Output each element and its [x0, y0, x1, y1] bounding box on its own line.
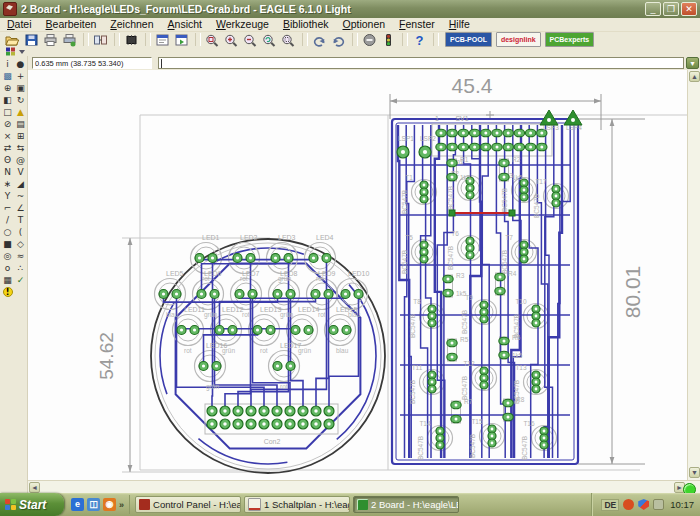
tool-change-button[interactable]: ▲	[14, 106, 27, 118]
horizontal-scrollbar[interactable]: ◄ ►	[28, 480, 700, 493]
tool-ratsnest-button[interactable]: ∴	[14, 262, 27, 274]
tool-mark-button[interactable]: +	[14, 70, 27, 82]
tool-smash-button[interactable]: ∗	[1, 178, 14, 190]
tool-text-button[interactable]: T	[14, 214, 27, 226]
browser-icon[interactable]: ◫	[87, 498, 100, 511]
print-button[interactable]	[41, 32, 60, 47]
menu-bearbeiten[interactable]: Bearbeiten	[39, 18, 104, 31]
menu-ansicht[interactable]: Ansicht	[161, 18, 209, 31]
tool-circle-button[interactable]: ○	[1, 226, 14, 238]
tool-via-button[interactable]: ◎	[1, 250, 14, 262]
quick-launch-overflow-chevron[interactable]: »	[119, 500, 124, 510]
zoom-in-button[interactable]	[222, 32, 241, 47]
start-button[interactable]: Start	[0, 493, 64, 516]
save-button[interactable]	[22, 32, 41, 47]
vertical-scrollbar[interactable]: ▲ ▼	[687, 70, 700, 480]
menu-zeichnen[interactable]: Zeichnen	[103, 18, 160, 31]
svg-text:LED13: LED13	[260, 306, 282, 313]
language-indicator[interactable]: DE	[601, 499, 619, 511]
tool-route-button[interactable]: ⌐	[1, 202, 14, 214]
tool-optimize-button[interactable]: ~	[14, 190, 27, 202]
tool-mirror-button[interactable]: ◧	[1, 94, 14, 106]
scroll-down-button[interactable]: ▼	[689, 467, 700, 478]
tool-value-button[interactable]: V	[14, 166, 27, 178]
redo-button[interactable]	[329, 32, 348, 47]
menu-datei[interactable]: Datei	[0, 18, 39, 31]
menu-optionen[interactable]: Optionen	[335, 18, 392, 31]
layer-settings-button[interactable]	[5, 47, 27, 56]
tool-replace-button[interactable]: ⇆	[14, 142, 27, 154]
tool-copy-button[interactable]: ▣	[14, 82, 27, 94]
go-button[interactable]	[379, 32, 398, 47]
tool-pinswap-button[interactable]: ⇄	[1, 142, 14, 154]
tool-drc-button[interactable]: ✓	[14, 274, 27, 286]
zoom-redraw-button[interactable]	[260, 32, 279, 47]
sponsor-designlink-button[interactable]: designlink	[496, 32, 541, 47]
sponsor-pcbexperts-button[interactable]: PCBexperts	[545, 32, 595, 47]
cam-button[interactable]	[60, 32, 79, 47]
tool-polygon-button[interactable]: ◇	[14, 238, 27, 250]
tool-show-button[interactable]: ●	[14, 58, 27, 70]
run-button[interactable]	[172, 32, 191, 47]
switch-board-schematic-button[interactable]	[91, 32, 110, 47]
tool-arc-button[interactable]: (	[14, 226, 27, 238]
close-button[interactable]: ✕	[681, 2, 697, 16]
tool-rotate-button[interactable]: ↻	[14, 94, 27, 106]
tool-ripup-button[interactable]: ∠	[14, 202, 27, 214]
tool-add-button[interactable]: ⊞	[14, 130, 27, 142]
open-button[interactable]	[3, 32, 22, 47]
security-shield-icon[interactable]	[638, 499, 649, 510]
tool-wire-button[interactable]: /	[1, 214, 14, 226]
menu-fenster[interactable]: Fenster	[392, 18, 442, 31]
tool-miter-button[interactable]: ◢	[14, 178, 27, 190]
tool-move-button[interactable]: ⊕	[1, 82, 14, 94]
tool-group-button[interactable]: □	[1, 106, 14, 118]
tool-info-button[interactable]: i	[1, 58, 14, 70]
scroll-up-button[interactable]: ▲	[689, 71, 700, 82]
taskbar-task-schematic[interactable]: 1 Schaltplan - H:\eagl...	[244, 496, 350, 513]
taskbar-task-eagle-cp[interactable]: Control Panel - H:\ea...	[135, 496, 241, 513]
menu-bibliothek[interactable]: Bibliothek	[276, 18, 336, 31]
board-canvas[interactable]: 45.480.0154.62LED1rotLED2rotLED3grünLED4…	[28, 70, 687, 480]
tool-lock-button[interactable]: Θ	[1, 154, 14, 166]
tool-signal-button[interactable]: ≈	[14, 250, 27, 262]
sponsor-pcbpool-button[interactable]: PCB-POOL	[445, 32, 492, 47]
menu-hilfe[interactable]: Hilfe	[442, 18, 477, 31]
menu-werkzeuge[interactable]: Werkzeuge	[209, 18, 276, 31]
firefox-icon[interactable]: ◉	[103, 498, 116, 511]
command-dropdown-button[interactable]: ▾	[686, 57, 699, 69]
tool-rect-button[interactable]: ■	[1, 238, 14, 250]
board-drawing[interactable]: 45.480.0154.62LED1rotLED2rotLED3grünLED4…	[28, 70, 687, 480]
tool-attribute-button[interactable]: @	[14, 154, 27, 166]
internet-explorer-icon[interactable]: e	[71, 498, 84, 511]
stop-button[interactable]	[360, 32, 379, 47]
scroll-left-button[interactable]: ◄	[29, 482, 40, 493]
command-input[interactable]	[158, 57, 684, 69]
taskbar-task-board[interactable]: 2 Board - H:\eagle\LE...	[353, 496, 459, 513]
svg-text:1k5: 1k5	[512, 174, 523, 181]
tool-cut-button[interactable]: ⊘	[1, 118, 14, 130]
tool-errors-button[interactable]: !	[1, 286, 14, 298]
tool-paste-button[interactable]: ▤	[14, 118, 27, 130]
display-tray-icon[interactable]	[653, 499, 664, 510]
zoom-fit-button[interactable]	[203, 32, 222, 47]
minimize-button[interactable]: _	[645, 2, 661, 16]
restore-button[interactable]: ❐	[663, 2, 679, 16]
clock: 10:17	[670, 499, 694, 510]
script-button[interactable]	[153, 32, 172, 47]
undo-button[interactable]	[310, 32, 329, 47]
svg-text:BC547B: BC547B	[521, 436, 528, 460]
update-tray-icon[interactable]	[623, 499, 634, 510]
use-library-button[interactable]	[122, 32, 141, 47]
help-button[interactable]: ?	[410, 32, 429, 47]
title-bar[interactable]: 2 Board - H:\eagle\LEDs_Forum\LED-Grab.b…	[0, 0, 700, 18]
zoom-select-button[interactable]	[279, 32, 298, 47]
tool-name-button[interactable]: N	[1, 166, 14, 178]
system-tray: DE 10:17	[592, 493, 700, 516]
tool-display-button[interactable]: ▩	[1, 70, 14, 82]
tool-split-button[interactable]: Y	[1, 190, 14, 202]
tool-hole-button[interactable]: o	[1, 262, 14, 274]
tool-auto-button[interactable]: ▦	[1, 274, 14, 286]
tool-delete-button[interactable]: ×	[1, 130, 14, 142]
zoom-out-button[interactable]	[241, 32, 260, 47]
